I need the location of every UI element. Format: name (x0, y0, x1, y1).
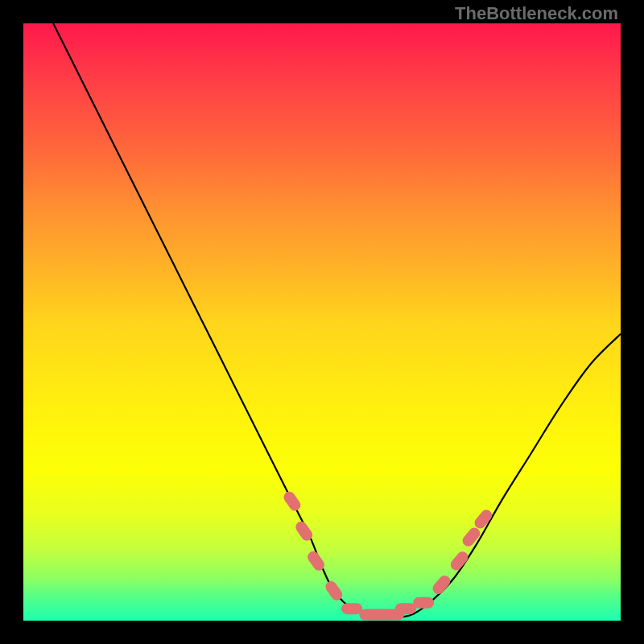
bottleneck-curve (53, 23, 621, 618)
marker-group (282, 489, 494, 621)
marker-capsule (282, 489, 303, 513)
marker-capsule (448, 549, 470, 572)
marker-capsule (460, 526, 482, 549)
watermark-text: TheBottleneck.com (455, 3, 618, 24)
marker-capsule (395, 603, 416, 614)
chart-svg (23, 23, 621, 621)
marker-capsule (341, 603, 362, 614)
marker-capsule (413, 597, 434, 609)
